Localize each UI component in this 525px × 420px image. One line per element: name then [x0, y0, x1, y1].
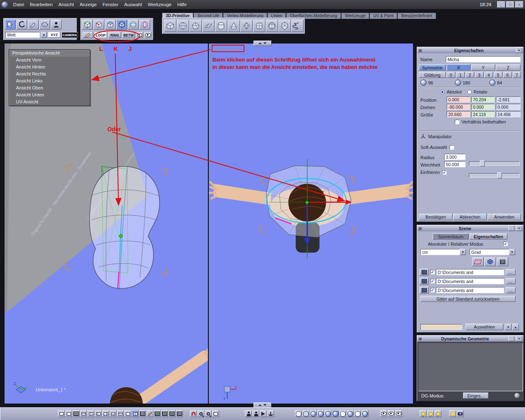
- keep-ratio-checkbox[interactable]: [455, 120, 459, 124]
- position-y-input[interactable]: 70.204: [471, 96, 495, 103]
- color-swatch[interactable]: [420, 324, 462, 330]
- softness-slider[interactable]: [469, 173, 520, 178]
- welt-dropdown-arrow[interactable]: ▼: [41, 32, 47, 38]
- select-faces-mode[interactable]: [105, 20, 116, 30]
- menu-auswahl[interactable]: Auswahl: [121, 1, 145, 8]
- menu-fenster[interactable]: Fenster: [100, 1, 121, 8]
- layout-top-split-button[interactable]: [110, 410, 116, 417]
- menu-ansicht[interactable]: Ansicht: [55, 1, 77, 8]
- grid-browse-button-1[interactable]: ...: [506, 269, 516, 275]
- layout-rows-pane-button[interactable]: [80, 410, 87, 417]
- ring-button[interactable]: RING: [108, 32, 121, 38]
- snap-target-button[interactable]: [197, 410, 204, 417]
- position-x-input[interactable]: 0.000: [447, 96, 470, 103]
- shading-flat-button[interactable]: [302, 410, 309, 417]
- soft-select-tool[interactable]: [16, 20, 27, 30]
- primitive-spring-button[interactable]: [291, 20, 304, 32]
- visibility-eye-button[interactable]: [380, 410, 387, 417]
- primitive-rounded-cube-button[interactable]: [253, 20, 265, 32]
- primitive-cube-button[interactable]: [164, 20, 176, 32]
- arrow-select-tool[interactable]: [5, 20, 16, 30]
- visibility-eye-3-button[interactable]: [395, 410, 402, 417]
- viewport-title[interactable]: Ansicht Oben: [212, 45, 244, 52]
- animate-button[interactable]: [260, 410, 267, 417]
- viewport-splitter-handle[interactable]: [253, 41, 272, 46]
- smoothing-level-0[interactable]: 0: [447, 72, 455, 78]
- radius-input[interactable]: 3.000: [444, 154, 466, 160]
- zoom-button[interactable]: [205, 410, 212, 417]
- layout-left-split-button[interactable]: [95, 410, 102, 417]
- sun-light-button[interactable]: [449, 410, 456, 417]
- primitive-sphere-button[interactable]: [177, 20, 189, 32]
- person-pose-2-button[interactable]: [252, 410, 259, 417]
- panel-close-button[interactable]: ×: [516, 48, 522, 53]
- rotate-z-input[interactable]: 0.000: [496, 104, 520, 110]
- apply-button[interactable]: Anwenden: [488, 214, 521, 220]
- stamp-select-tool[interactable]: [51, 20, 62, 30]
- green-grid-button-1[interactable]: [154, 410, 161, 417]
- axis-y-button[interactable]: Y: [471, 64, 495, 71]
- person-pose-button[interactable]: [245, 410, 252, 417]
- reset-grid-button[interactable]: Gitter auf Standard zurücksetzen: [420, 296, 516, 302]
- step-down-button[interactable]: ▼: [505, 324, 511, 330]
- scene-titlebar[interactable]: ▦ Szene _ ×: [417, 225, 523, 231]
- rotate-y-input[interactable]: 0.000: [471, 104, 495, 110]
- smoothing-level-5[interactable]: 5: [494, 72, 502, 78]
- grid-path-checkbox-3[interactable]: ✓: [430, 288, 435, 292]
- grid-file-button-3[interactable]: [420, 287, 429, 294]
- panel-close-button[interactable]: ×: [516, 336, 522, 341]
- tab-szenenbaum[interactable]: Szenenbaum: [433, 233, 469, 240]
- grow-selection-button[interactable]: [136, 32, 143, 38]
- primitive-polygon-button[interactable]: [189, 20, 202, 32]
- tab-eigenschaften[interactable]: Eigenschaften: [470, 233, 507, 240]
- layout-active-button[interactable]: [132, 410, 139, 417]
- confirm-button[interactable]: Bestätigen: [419, 214, 452, 220]
- smoothing-level-6[interactable]: 6: [503, 72, 512, 78]
- shading-mode-8-button[interactable]: [347, 410, 354, 417]
- anchor-button[interactable]: [267, 410, 274, 417]
- layout-mixed-button[interactable]: [124, 410, 131, 417]
- select-object-mode[interactable]: [116, 20, 127, 30]
- dg-titlebar[interactable]: ▦ Dynamische Geometrie _ ×: [417, 336, 523, 342]
- grid-path-checkbox-2[interactable]: ✓: [430, 279, 435, 283]
- properties-titlebar[interactable]: ▦ Eigenschaften ×: [417, 47, 523, 53]
- shading-mode-9-button[interactable]: [354, 410, 361, 417]
- smoothing-level-2[interactable]: 2: [466, 72, 474, 78]
- grid-path-field-2[interactable]: D:\Documents and: [436, 278, 504, 284]
- menu-hilfe[interactable]: Hilfe: [174, 1, 189, 8]
- angle-dropdown[interactable]: Grad: [470, 249, 509, 255]
- soft-selection-row[interactable]: Soft-Auswahl: [420, 145, 454, 150]
- size-x-input[interactable]: 20.660: [447, 111, 470, 117]
- soft-selection-checkbox[interactable]: [450, 145, 454, 150]
- minimize-button[interactable]: _: [497, 1, 505, 8]
- perspective-viewport[interactable]: Original by Daz3D - http://www.daz3d.com…: [4, 43, 208, 404]
- close-button[interactable]: ×: [515, 1, 523, 8]
- layout-cols-pane-button[interactable]: [87, 410, 94, 417]
- menu-anzeige[interactable]: Anzeige: [77, 1, 100, 8]
- light-bulb-2-button[interactable]: [427, 410, 434, 417]
- shading-active-button[interactable]: [332, 410, 339, 417]
- ellipse-select-tool[interactable]: [39, 20, 50, 30]
- grid-file-button-1[interactable]: [420, 269, 429, 276]
- grid-path-checkbox-1[interactable]: ✓: [430, 270, 435, 274]
- view-menu-item-uv-ansicht[interactable]: UV-Ansicht: [9, 98, 90, 105]
- axis-z-button[interactable]: Z: [496, 64, 520, 71]
- shading-smooth-button[interactable]: [310, 410, 317, 417]
- freeze-checkbox[interactable]: ✓: [442, 170, 447, 175]
- smoothing-level-7[interactable]: 7: [513, 72, 521, 78]
- radius-slider[interactable]: [469, 161, 520, 166]
- smoothing-level-4[interactable]: 4: [484, 72, 493, 78]
- size-y-input[interactable]: 24.119: [471, 111, 495, 117]
- selection-visibility-button[interactable]: [144, 32, 151, 38]
- tab-benutzerdefiniert[interactable]: Benutzerdefiniert: [397, 13, 436, 19]
- layout-quad-pane-button[interactable]: [65, 410, 72, 417]
- view-menu-item-ansicht-vorn[interactable]: Ansicht Vorn: [9, 57, 90, 64]
- menu-datei[interactable]: Datei: [10, 1, 27, 8]
- smoothing-button[interactable]: Glättung: [419, 72, 446, 78]
- pan-view-button[interactable]: [212, 410, 219, 417]
- tab-werkzeuge[interactable]: Werkzeuge: [341, 13, 369, 19]
- eraser-tool-button[interactable]: [472, 257, 484, 266]
- camera-toggle[interactable]: CAMERA: [62, 32, 78, 38]
- softness-input[interactable]: 50.000: [444, 161, 466, 167]
- unit-dropdown[interactable]: cm: [420, 249, 460, 255]
